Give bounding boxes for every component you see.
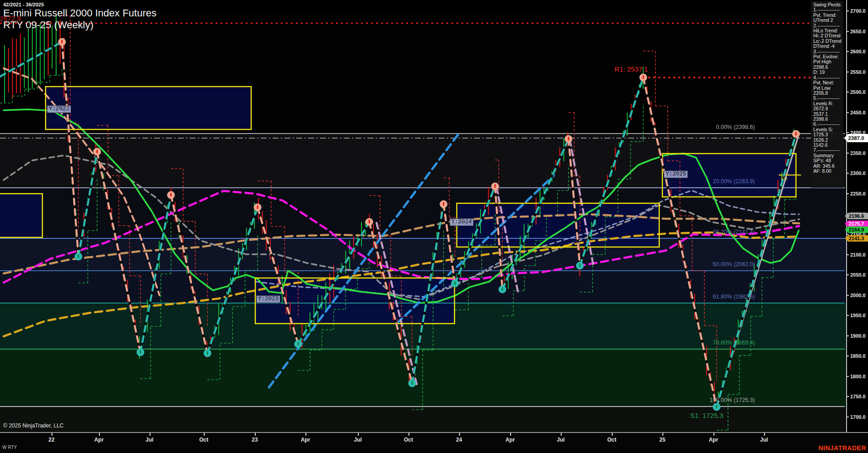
pivot-marker-glyph [62, 40, 63, 44]
pivot-marker-glyph [298, 342, 299, 346]
swing-pivots-panel: Swing Pivots1.--------------Pvt. Trend:U… [813, 2, 845, 174]
copyright-label: © 2025 NinjaTrader, LLC [3, 422, 63, 429]
panel-text-line: 2672.9 [813, 106, 845, 111]
pivot-marker-glyph [97, 150, 98, 154]
fib-level-label: 0.00% (2398.6) [716, 124, 755, 130]
ma-value-badge: 2175.7 [845, 221, 868, 227]
year-range-box-fill [0, 194, 42, 237]
pivot-marker-glyph [140, 350, 141, 354]
time-tick-label: 22 [48, 437, 54, 443]
price-tick-label: 1850.0 [850, 353, 866, 359]
year-marker-label[interactable]: Y:2022 [47, 105, 71, 113]
date-range-label: 42/2021 - 36/2025 [3, 2, 44, 7]
time-tick-label: Jul [145, 437, 153, 443]
price-tick-label: 1800.0 [850, 374, 866, 379]
instrument-title-line1: E-mini Russell 2000 Index Futures [3, 7, 156, 19]
time-tick [713, 433, 714, 436]
price-tick-label: 2550.0 [850, 69, 866, 75]
fib-level-label: 61.80% (1982.5) [713, 293, 755, 300]
instrument-title-line2: RTY 09-25 (Weekly) [3, 19, 156, 31]
r1-level-label: R1: 2537.1 [615, 65, 648, 73]
year-range-box-fill [457, 203, 659, 247]
time-tick-label: Jul [760, 437, 768, 443]
pivot-marker-glyph [443, 202, 444, 206]
price-tick-label: 2450.0 [850, 110, 866, 115]
time-tick [305, 433, 306, 436]
price-tick-label: 2500.0 [850, 89, 866, 95]
time-axis[interactable] [0, 432, 868, 453]
price-tick-label: 2250.0 [850, 191, 866, 196]
pivot-marker-glyph [502, 288, 503, 291]
time-tick [255, 433, 256, 436]
price-tick-label: 2300.0 [850, 170, 866, 176]
fib-level-label: 38.20% (2141.4) [713, 229, 755, 235]
series-label: W RTY [2, 445, 17, 450]
panel-text-line: AF: 8.00 [813, 169, 845, 174]
ninjatrader-logo: NINJATRADER [818, 444, 866, 452]
ma-value-badge: 2196.6 [845, 213, 868, 220]
time-tick [99, 433, 100, 436]
panel-text-line: 1725.3 [813, 132, 845, 137]
pivot-marker-glyph [207, 351, 208, 355]
ma-value-badge: 2141.3 [845, 235, 868, 242]
price-tick-label: 2350.0 [850, 150, 866, 156]
panel-text-line: Pvt. Next: [813, 80, 845, 85]
pivot-marker-glyph [568, 137, 569, 141]
price-tick-label: 1700.0 [850, 414, 866, 420]
time-tick-label: Jul [354, 437, 362, 443]
fib-level-label: 50.00% (2062.0) [713, 261, 755, 268]
time-tick [358, 433, 359, 436]
panel-text-line: DTrend -4 [813, 44, 845, 49]
time-tick [459, 433, 460, 436]
f0-line-label: F0 [781, 176, 787, 181]
time-tick-label: Oct [404, 437, 413, 443]
time-tick-label: Oct [199, 437, 208, 443]
price-tick-label: 1950.0 [850, 313, 866, 318]
time-tick [612, 433, 613, 436]
time-tick [204, 433, 205, 436]
pivot-marker-glyph [455, 282, 456, 285]
time-tick [764, 433, 765, 436]
fib-level-label: 20.00% (2263.9) [713, 178, 755, 185]
time-tick-label: 24 [456, 437, 462, 443]
time-tick-label: 25 [659, 437, 665, 443]
pivot-marker-glyph [412, 381, 413, 385]
pivot-marker-glyph [643, 76, 644, 79]
time-tick-label: Apr [506, 437, 515, 443]
pivot-marker-glyph [369, 220, 370, 224]
price-tick-label: 2600.0 [850, 49, 866, 54]
time-tick [510, 433, 511, 436]
time-tick [561, 433, 562, 436]
panel-text-line: D: 19 [813, 70, 845, 75]
price-tick-label: 2000.0 [850, 293, 866, 298]
year-marker-label[interactable]: Y:2024 [450, 218, 474, 226]
pivot-marker-glyph [796, 132, 797, 136]
year-marker-label[interactable]: Y:2023 [256, 295, 280, 303]
instrument-title: E-mini Russell 2000 Index Futures RTY 09… [3, 7, 156, 31]
time-tick-label: Oct [607, 437, 616, 443]
panel-text-line: SP's: 48 [813, 158, 845, 163]
pivot-marker-glyph [78, 255, 79, 258]
time-tick [150, 433, 150, 436]
time-tick-label: Apr [301, 437, 310, 443]
panel-text-line: 5.-------------- [813, 96, 845, 101]
price-tick-label: 2100.0 [850, 252, 866, 257]
pivot-marker-glyph [170, 193, 172, 197]
s1-level-label: S1: 1725.3 [690, 412, 723, 419]
time-tick [662, 433, 663, 436]
time-tick [408, 433, 409, 436]
pivot-marker-glyph [579, 264, 581, 268]
time-tick-label: Apr [94, 437, 104, 443]
panel-text-line: UTrend 2 [813, 18, 845, 23]
time-tick-label: 23 [252, 437, 258, 443]
year-marker-label[interactable]: Y:2025 [664, 170, 688, 178]
background-band [0, 407, 846, 432]
time-tick-label: Jul [557, 437, 564, 443]
ninjatrader-chart-window: 42/2021 - 36/2025 R2: 2672.9 E-mini Russ… [0, 0, 868, 453]
time-tick [52, 433, 52, 436]
time-tick-label: Apr [709, 437, 718, 443]
pivot-marker-glyph [716, 405, 718, 409]
fib-level-label: 78.60% (1869.4) [713, 340, 755, 346]
price-tick-label: 1750.0 [850, 394, 866, 399]
fib-level-label: 100.00% (1725.3) [710, 397, 755, 403]
